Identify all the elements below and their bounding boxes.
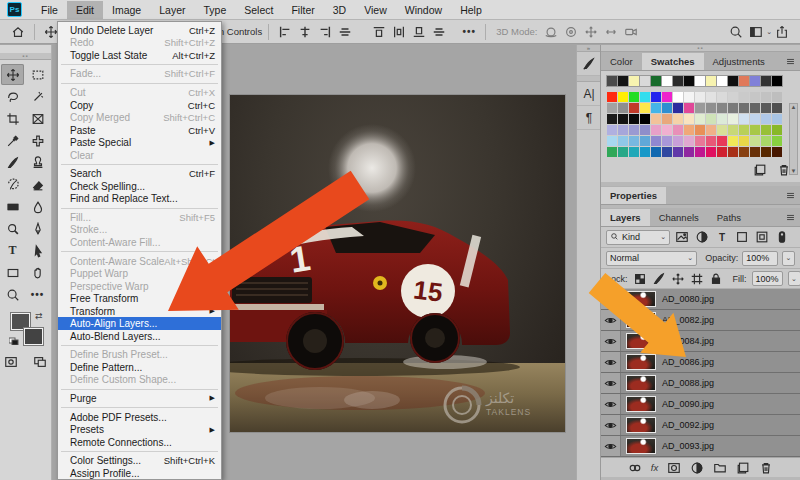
color-swatch[interactable]: [618, 147, 628, 157]
tab-paths[interactable]: Paths: [708, 209, 750, 226]
recent-swatch[interactable]: [618, 76, 628, 86]
tab-adjustments[interactable]: Adjustments: [704, 53, 774, 70]
color-swatch[interactable]: [717, 147, 727, 157]
character-panel-icon[interactable]: A|: [577, 82, 601, 106]
filter-toggle-icon[interactable]: [774, 230, 790, 245]
color-swatch[interactable]: [618, 92, 628, 102]
color-swatch[interactable]: [629, 92, 639, 102]
swap-colors-icon[interactable]: ⇄: [35, 311, 43, 321]
scroll-down-icon[interactable]: ▼: [791, 168, 797, 174]
color-swatch[interactable]: [761, 125, 771, 135]
color-swatch[interactable]: [750, 92, 760, 102]
color-swatch[interactable]: [750, 103, 760, 113]
color-swatch[interactable]: [717, 103, 727, 113]
opacity-dropdown[interactable]: ⌄: [782, 251, 795, 266]
color-swatch[interactable]: [761, 114, 771, 124]
path-selection-tool[interactable]: [26, 240, 49, 261]
color-swatch[interactable]: [662, 136, 672, 146]
color-swatch[interactable]: [618, 114, 628, 124]
3d-camera-icon[interactable]: [621, 23, 641, 41]
3d-pan-icon[interactable]: [581, 23, 601, 41]
opacity-value[interactable]: 100%: [742, 251, 778, 266]
layer-row[interactable]: AD_0088.jpg: [601, 373, 800, 394]
quick-selection-tool[interactable]: [26, 86, 49, 107]
layer-style-icon[interactable]: fx: [651, 462, 658, 473]
eraser-tool[interactable]: [26, 174, 49, 195]
brush-settings-panel-icon[interactable]: [577, 52, 601, 76]
color-swatch[interactable]: [706, 125, 716, 135]
color-swatch[interactable]: [662, 125, 672, 135]
color-swatch[interactable]: [706, 92, 716, 102]
menu-item-define-pattern[interactable]: Define Pattern...: [58, 361, 221, 374]
color-swatch[interactable]: [717, 114, 727, 124]
recent-swatch[interactable]: [717, 76, 727, 86]
color-swatch[interactable]: [673, 125, 683, 135]
align-distribute-more-icon[interactable]: •••: [459, 23, 479, 41]
recent-swatch[interactable]: [607, 76, 617, 86]
layer-thumbnail[interactable]: [626, 375, 656, 391]
align-left-edges-icon[interactable]: [275, 23, 295, 41]
color-swatch[interactable]: [772, 136, 782, 146]
menu-item-find-and-replace-text[interactable]: Find and Replace Text...: [58, 193, 221, 206]
color-swatch[interactable]: [607, 92, 617, 102]
color-swatch[interactable]: [684, 114, 694, 124]
color-swatch[interactable]: [772, 114, 782, 124]
menu-item-purge[interactable]: Purge▶: [58, 392, 221, 405]
background-color-swatch[interactable]: [24, 328, 43, 345]
color-swatch[interactable]: [629, 103, 639, 113]
menu-item-assign-profile[interactable]: Assign Profile...: [58, 467, 221, 480]
color-swatch[interactable]: [662, 92, 672, 102]
panel-menu-icon[interactable]: [785, 212, 796, 225]
share-image-icon[interactable]: [772, 23, 792, 41]
color-swatch[interactable]: [695, 92, 705, 102]
recent-swatch[interactable]: [761, 76, 771, 86]
menu-item-transform[interactable]: Transform▶: [58, 305, 221, 318]
home-icon[interactable]: [8, 23, 28, 41]
workspace-switcher-icon[interactable]: [746, 23, 766, 41]
menu-item-auto-blend-layers[interactable]: Auto-Blend Layers...: [58, 330, 221, 343]
align-right-edges-icon[interactable]: [315, 23, 335, 41]
color-swatch[interactable]: [739, 147, 749, 157]
smudge-tool[interactable]: [26, 196, 49, 217]
color-swatch[interactable]: [651, 136, 661, 146]
color-swatch[interactable]: [629, 125, 639, 135]
color-swatch[interactable]: [673, 147, 683, 157]
paragraph-panel-icon[interactable]: ¶: [577, 106, 601, 130]
crop-tool[interactable]: [1, 108, 24, 129]
menu-image[interactable]: Image: [103, 1, 150, 19]
layer-visibility-eye-icon[interactable]: [601, 289, 621, 309]
color-swatch[interactable]: [717, 136, 727, 146]
color-swatch[interactable]: [662, 147, 672, 157]
menu-item-color-settings[interactable]: Color Settings...Shift+Ctrl+K: [58, 454, 221, 467]
distribute-bottom-icon[interactable]: [409, 23, 429, 41]
new-swatch-icon[interactable]: [752, 162, 768, 177]
recent-swatch[interactable]: [684, 76, 694, 86]
menu-3d[interactable]: 3D: [324, 1, 355, 19]
layer-row[interactable]: AD_0086.jpg: [601, 352, 800, 373]
color-swatch[interactable]: [761, 103, 771, 113]
recent-swatch[interactable]: [772, 76, 782, 86]
layer-row[interactable]: AD_0092.jpg: [601, 415, 800, 436]
move-tool[interactable]: [1, 64, 24, 85]
color-swatch[interactable]: [739, 92, 749, 102]
tab-layers[interactable]: Layers: [601, 209, 650, 226]
recent-swatch[interactable]: [629, 76, 639, 86]
color-swatch[interactable]: [640, 92, 650, 102]
lock-artboard-icon[interactable]: [690, 271, 704, 286]
color-swatch[interactable]: [706, 114, 716, 124]
new-group-icon[interactable]: [713, 460, 727, 475]
color-swatch[interactable]: [651, 125, 661, 135]
filter-adjustment-layers-icon[interactable]: [694, 230, 710, 245]
menu-edit[interactable]: Edit: [67, 1, 103, 19]
color-swatch[interactable]: [684, 136, 694, 146]
color-swatch[interactable]: [739, 136, 749, 146]
color-swatch[interactable]: [651, 92, 661, 102]
3d-orbit-icon[interactable]: [541, 23, 561, 41]
recent-swatch[interactable]: [750, 76, 760, 86]
quick-mask-icon[interactable]: [0, 351, 22, 372]
color-swatch[interactable]: [618, 103, 628, 113]
brush-tool[interactable]: [1, 152, 24, 173]
color-swatch[interactable]: [618, 125, 628, 135]
distribute-top-icon[interactable]: [369, 23, 389, 41]
color-swatch[interactable]: [684, 147, 694, 157]
